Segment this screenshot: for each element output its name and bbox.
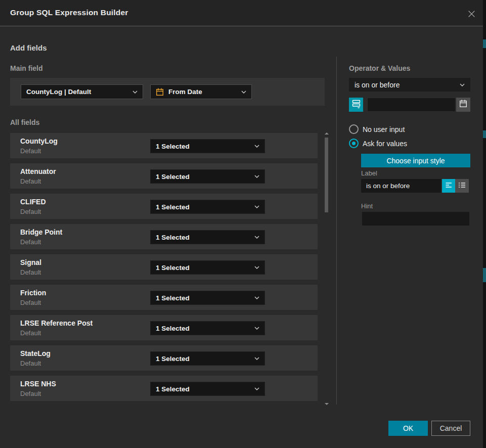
panel-divider bbox=[336, 57, 337, 405]
group-sql-expression-builder-dialog: Group SQL Expression Builder Add fields … bbox=[0, 0, 483, 448]
field-row-statelog: StateLog Default 1 Selected bbox=[10, 345, 318, 371]
field-sublabel: Default bbox=[20, 390, 41, 397]
selected-count: 1 Selected bbox=[156, 203, 251, 211]
input-style-list-toggle[interactable] bbox=[455, 179, 469, 193]
field-name: CountyLog bbox=[20, 137, 58, 145]
radio-label: No user input bbox=[363, 125, 405, 133]
field-row-attenuator: Attenuator Default 1 Selected bbox=[10, 163, 318, 189]
radio-no-user-input[interactable]: No user input bbox=[349, 124, 405, 134]
field-row-clifed: CLIFED Default 1 Selected bbox=[10, 194, 318, 219]
field-name: Bridge Point bbox=[20, 228, 62, 236]
chevron-down-icon bbox=[254, 236, 259, 239]
list-scrollbar[interactable] bbox=[324, 130, 329, 406]
scrollbar-up-arrow-icon[interactable] bbox=[325, 132, 329, 135]
radio-circle-selected-icon[interactable] bbox=[349, 139, 359, 148]
input-type-icon bbox=[352, 99, 361, 110]
chevron-down-icon bbox=[254, 296, 259, 299]
field-name: Friction bbox=[20, 289, 46, 297]
field-sublabel: Default bbox=[20, 268, 41, 276]
chevron-down-icon bbox=[241, 91, 246, 94]
field-name: StateLog bbox=[20, 349, 51, 357]
all-fields-label: All fields bbox=[10, 118, 39, 126]
scrollbar-thumb[interactable] bbox=[325, 138, 328, 212]
field-row-lrse-nhs: LRSE NHS Default 1 Selected bbox=[10, 376, 318, 401]
operator-select-value: is on or before bbox=[355, 81, 457, 89]
field-sublabel: Default bbox=[20, 208, 41, 215]
selected-count: 1 Selected bbox=[156, 264, 251, 272]
chevron-down-icon bbox=[254, 175, 259, 178]
chevron-down-icon bbox=[254, 357, 259, 360]
field-name: Signal bbox=[20, 258, 41, 266]
main-field-select-value: From Date bbox=[168, 88, 238, 96]
selected-count: 1 Selected bbox=[156, 294, 251, 302]
label-input[interactable] bbox=[361, 179, 441, 193]
background-accent-sliver bbox=[483, 130, 486, 138]
ok-button[interactable]: OK bbox=[388, 421, 428, 436]
field-sublabel: Default bbox=[20, 299, 41, 306]
choose-input-style-button[interactable]: Choose input style bbox=[361, 154, 470, 167]
label-caption: Label bbox=[361, 169, 377, 177]
main-layer-select-value: CountyLog | Default bbox=[26, 88, 129, 96]
add-fields-heading: Add fields bbox=[10, 43, 47, 52]
value-date-picker-button[interactable] bbox=[456, 98, 470, 112]
field-sublabel: Default bbox=[20, 238, 41, 246]
field-selected-dropdown[interactable]: 1 Selected bbox=[150, 139, 265, 153]
field-name: Attenuator bbox=[20, 167, 56, 175]
dialog-titlebar: Group SQL Expression Builder bbox=[0, 0, 483, 26]
field-selected-dropdown[interactable]: 1 Selected bbox=[150, 200, 265, 214]
selected-count: 1 Selected bbox=[156, 143, 251, 150]
operator-select[interactable]: is on or before bbox=[349, 78, 470, 92]
field-name: LRSE Reference Post bbox=[20, 319, 93, 327]
field-selected-dropdown[interactable]: 1 Selected bbox=[150, 169, 265, 184]
selected-count: 1 Selected bbox=[156, 385, 251, 393]
field-selected-dropdown[interactable]: 1 Selected bbox=[150, 260, 265, 275]
value-input[interactable] bbox=[367, 98, 456, 112]
field-sublabel: Default bbox=[20, 147, 41, 155]
input-style-single-line-toggle[interactable] bbox=[442, 179, 455, 193]
field-sublabel: Default bbox=[20, 360, 41, 367]
hint-input[interactable] bbox=[362, 212, 469, 226]
main-field-bar: CountyLog | Default From Date bbox=[10, 78, 325, 106]
chevron-down-icon bbox=[132, 91, 138, 94]
field-selected-dropdown[interactable]: 1 Selected bbox=[150, 382, 265, 396]
field-selected-dropdown[interactable]: 1 Selected bbox=[150, 351, 265, 366]
field-row-friction: Friction Default 1 Selected bbox=[10, 285, 318, 310]
selected-count: 1 Selected bbox=[156, 173, 251, 181]
selected-count: 1 Selected bbox=[156, 234, 251, 241]
field-row-signal: Signal Default 1 Selected bbox=[10, 254, 318, 280]
chevron-down-icon bbox=[254, 387, 259, 390]
field-name: LRSE NHS bbox=[20, 380, 56, 388]
chevron-down-icon bbox=[254, 205, 259, 208]
hint-caption: Hint bbox=[361, 202, 373, 210]
background-accent-sliver bbox=[483, 268, 486, 282]
main-field-label: Main field bbox=[10, 64, 43, 72]
chevron-down-icon bbox=[254, 145, 259, 148]
cancel-button[interactable]: Cancel bbox=[431, 421, 470, 436]
radio-ask-for-values[interactable]: Ask for values bbox=[349, 139, 407, 148]
radio-label: Ask for values bbox=[363, 140, 407, 148]
main-layer-select[interactable]: CountyLog | Default bbox=[21, 84, 143, 99]
field-selected-dropdown[interactable]: 1 Selected bbox=[150, 291, 265, 305]
single-line-icon bbox=[445, 182, 453, 191]
field-row-lrse-reference-post: LRSE Reference Post Default 1 Selected bbox=[10, 315, 318, 340]
chevron-down-icon bbox=[460, 83, 465, 86]
field-sublabel: Default bbox=[20, 177, 41, 185]
scrollbar-down-arrow-icon[interactable] bbox=[325, 403, 329, 405]
field-selected-dropdown[interactable]: 1 Selected bbox=[150, 230, 265, 244]
list-icon bbox=[458, 182, 466, 191]
selected-count: 1 Selected bbox=[156, 325, 251, 332]
field-row-bridge-point: Bridge Point Default 1 Selected bbox=[10, 224, 318, 249]
field-name: CLIFED bbox=[20, 198, 46, 206]
calendar-icon bbox=[459, 100, 467, 110]
field-row-countylog: CountyLog Default 1 Selected bbox=[10, 133, 318, 158]
main-field-select[interactable]: From Date bbox=[150, 84, 252, 99]
chevron-down-icon bbox=[254, 266, 259, 269]
field-selected-dropdown[interactable]: 1 Selected bbox=[150, 321, 265, 335]
field-sublabel: Default bbox=[20, 329, 41, 337]
operator-values-heading: Operator & Values bbox=[349, 64, 410, 72]
value-input-type-button[interactable] bbox=[349, 98, 363, 112]
radio-circle-icon[interactable] bbox=[349, 124, 359, 134]
close-icon[interactable] bbox=[466, 9, 476, 19]
dialog-title: Group SQL Expression Builder bbox=[10, 8, 128, 17]
chevron-down-icon bbox=[254, 327, 259, 330]
